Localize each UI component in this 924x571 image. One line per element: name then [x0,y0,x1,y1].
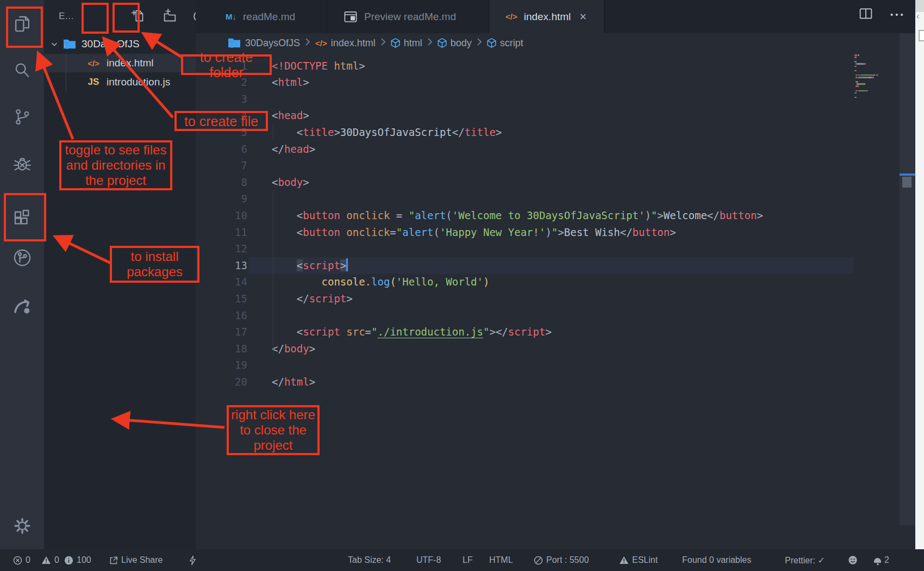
breadcrumb: 30DaysOfJS </>index.html html body scrip… [196,33,915,53]
code-line-6: </head> [272,141,315,158]
indent-guide [273,124,273,140]
line-number: 15 [193,290,247,307]
chevron-down-icon [51,40,58,48]
status-bar: 00100Live ShareTab Size: 4UTF-8LFHTMLPor… [0,549,924,571]
minimap[interactable] [854,54,898,103]
cube-icon [391,38,400,48]
html-code-icon: </> [85,59,102,68]
split-editor-icon[interactable] [859,7,873,23]
minimap-line [863,75,872,76]
markdown-icon: M↓ [226,12,236,21]
breadcrumb-separator [305,38,310,49]
minimap-line [856,92,857,94]
minimap-line [859,54,859,56]
code-line-14: console.log('Hello, World') [272,274,489,290]
more-actions-icon[interactable]: ••• [890,10,906,19]
status-flash-icon[interactable] [189,549,196,571]
line-number: 20 [193,374,247,390]
minimap-line [865,83,865,85]
explorer-title: E… [59,11,74,22]
status-UTF-8[interactable]: UTF-8 [416,549,441,571]
breadcrumb-item-script[interactable]: script [487,38,523,49]
status-eslint-warning-icon[interactable]: ESLint [619,549,658,571]
annotation-box-extensions [4,193,46,241]
cube-icon [487,38,496,48]
minimap-line [856,61,857,63]
tree-item-30DaysOfJS[interactable]: 30DaysOfJS [44,35,196,53]
breadcrumb-item-30DaysOfJS[interactable]: 30DaysOfJS [227,37,300,49]
minimap-line [858,85,859,87]
breadcrumb-item-html[interactable]: html [391,38,422,49]
annotation-box-explorer [6,7,43,48]
close-tab-icon[interactable]: × [579,10,586,24]
line-number: 3 [193,91,247,108]
status-bell-icon[interactable]: 2 [874,549,889,571]
scrollbar-track[interactable] [900,33,915,525]
minimap-line [873,77,874,78]
status-error-icon[interactable]: 0 [13,549,30,571]
minimap-line [863,77,867,78]
line-number: 6 [193,141,247,158]
preview-icon [344,10,358,24]
status-warning-icon[interactable]: 0 [41,549,59,571]
line-number: 18 [193,340,247,357]
tree-item-index.html[interactable]: </>index.html [44,54,196,72]
minimap-line [856,90,858,92]
scrollbar-thumb[interactable] [902,177,911,188]
annotation-install-packages: to install packages [110,246,199,283]
annotation-create-folder: to create folder [181,54,272,75]
status-info-icon[interactable]: 100 [64,549,91,571]
eslint-warning-icon [619,556,629,564]
minimap-line [858,63,863,65]
new-folder-icon[interactable] [159,5,180,27]
tab-Preview-readMe.md[interactable]: Preview readMe.md [327,0,489,33]
line-number: 11 [193,224,247,241]
status-Tab-Size:-4[interactable]: Tab Size: 4 [348,549,391,571]
minimap-line [865,63,866,65]
activity-search-icon[interactable] [0,56,44,85]
tab-readMe.md[interactable]: M↓ readMe.md [196,0,327,33]
status-smiley-icon[interactable] [848,549,858,571]
minimap-line [858,75,860,76]
minimap-line [856,70,857,72]
line-number: 12 [193,240,247,257]
breadcrumb-item-index.html[interactable]: </>index.html [315,38,376,49]
warning-icon [41,556,51,564]
html-code-icon: </> [505,12,517,21]
activity-source-control-icon[interactable] [0,102,44,132]
status-LF[interactable]: LF [463,549,473,571]
code-line-1: <!DOCTYPE html> [272,58,365,75]
background-window-icon [919,30,924,41]
back-arrow-icon: ‹ [916,11,920,22]
status-port-icon[interactable]: Port : 5500 [534,549,589,571]
activity-share-icon[interactable] [0,291,44,320]
minimap-line [854,54,857,56]
activity-gear-icon[interactable] [0,511,44,541]
scrollbar-cursor-marker [900,173,915,176]
status-HTML[interactable]: HTML [489,549,513,571]
bell-icon [874,558,881,563]
status-Found-0-variables[interactable]: Found 0 variables [682,549,751,571]
tree-item-introduction.js[interactable]: JSintroduction.js [44,73,196,91]
breadcrumb-separator [380,38,386,49]
tab-index.html[interactable]: </> index.html× [489,0,604,33]
breadcrumb-item-body[interactable]: body [438,38,472,49]
annotation-close-project: right click here to close the project [227,405,320,455]
line-number: 13 [193,257,247,274]
activity-circle-fork-icon[interactable] [0,243,44,272]
line-number: 19 [193,357,247,374]
activity-debug-icon[interactable] [0,148,44,178]
folder-icon [63,38,77,50]
code-line-18: </body> [272,340,315,357]
code-line-17: <script src="./introduction.js"></script… [272,324,552,340]
background-window-titlebar [915,0,924,12]
status-Prettier:-✓[interactable]: Prettier: ✓ [785,549,825,571]
status-liveshare-icon[interactable]: Live Share [109,549,163,571]
line-number: 10 [193,207,247,224]
annotation-box-new-file [82,3,109,34]
line-number: 9 [193,190,247,207]
minimap-line [856,57,857,58]
port-icon [534,556,543,565]
liveshare-icon [109,556,118,565]
annotation-toggle-files: toggle to see files and directories in t… [59,140,172,190]
